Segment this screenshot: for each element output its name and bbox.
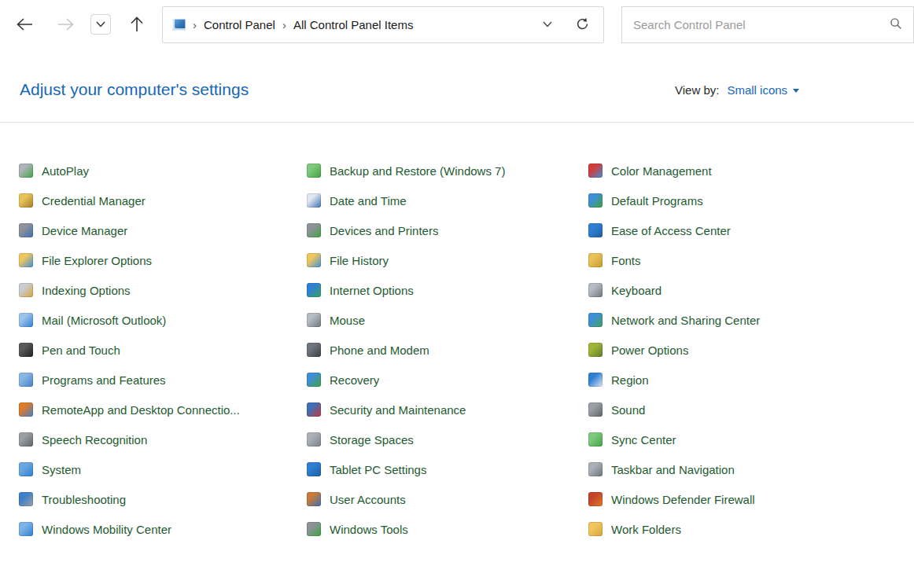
region-icon xyxy=(588,373,603,387)
control-panel-item[interactable]: Tablet PC Settings xyxy=(307,454,588,484)
mouse-icon xyxy=(307,313,321,327)
control-panel-item-label: Mouse xyxy=(330,314,365,327)
view-by-dropdown[interactable]: Small icons xyxy=(727,83,799,97)
programs-and-features-icon xyxy=(19,373,33,387)
sync-center-icon xyxy=(588,432,603,447)
control-panel-item[interactable]: Indexing Options xyxy=(19,275,307,305)
control-panel-item[interactable]: Recovery xyxy=(307,365,588,395)
control-panel-item[interactable]: Speech Recognition xyxy=(19,424,307,454)
control-panel-item-label: Credential Manager xyxy=(42,194,146,208)
control-panel-item-label: System xyxy=(42,463,81,476)
control-panel-item[interactable]: RemoteApp and Desktop Connectio... xyxy=(19,395,307,424)
control-panel-item-label: Power Options xyxy=(611,344,688,357)
control-panel-item[interactable]: Storage Spaces xyxy=(307,424,588,454)
keyboard-icon xyxy=(588,283,603,297)
work-folders-icon xyxy=(588,522,603,536)
search-box xyxy=(621,6,914,43)
caret-down-icon xyxy=(793,89,799,93)
control-panel-item-label: Security and Maintenance xyxy=(330,403,466,417)
mail-icon xyxy=(19,313,33,327)
control-panel-item-label: Storage Spaces xyxy=(330,433,414,447)
backup-and-restore-icon xyxy=(307,164,321,178)
control-panel-item[interactable]: Windows Tools xyxy=(307,514,588,544)
credential-manager-icon xyxy=(19,193,33,208)
search-input[interactable] xyxy=(633,18,890,31)
control-panel-item-label: Device Manager xyxy=(42,224,127,237)
control-panel-item-label: Troubleshooting xyxy=(42,493,126,506)
control-panel-item-label: Keyboard xyxy=(611,284,662,297)
control-panel-item-label: Sync Center xyxy=(611,433,676,447)
control-panel-item-label: Backup and Restore (Windows 7) xyxy=(330,164,505,178)
control-panel-item-label: Pen and Touch xyxy=(42,344,120,357)
control-panel-item-label: Windows Tools xyxy=(330,523,408,536)
internet-options-icon xyxy=(307,283,321,297)
address-dropdown-button[interactable] xyxy=(536,13,559,37)
user-accounts-icon xyxy=(307,492,321,506)
control-panel-item[interactable]: AutoPlay xyxy=(19,156,307,186)
control-panel-item[interactable]: Default Programs xyxy=(588,186,900,215)
control-panel-item[interactable]: Sync Center xyxy=(588,424,900,454)
control-panel-item[interactable]: Mail (Microsoft Outlook) xyxy=(19,305,307,335)
up-button[interactable] xyxy=(126,14,148,36)
control-panel-item[interactable]: Windows Mobility Center xyxy=(19,514,307,544)
control-panel-item[interactable]: Troubleshooting xyxy=(19,484,307,514)
windows-defender-firewall-icon xyxy=(588,492,603,506)
control-panel-item[interactable]: System xyxy=(19,454,307,484)
speech-recognition-icon xyxy=(19,432,33,447)
control-panel-item[interactable]: Keyboard xyxy=(588,275,900,305)
control-panel-item-label: Fonts xyxy=(611,254,641,267)
control-panel-item[interactable]: Device Manager xyxy=(19,215,307,245)
search-icon[interactable] xyxy=(890,17,902,33)
recent-locations-button[interactable] xyxy=(90,14,111,35)
control-panel-item-label: AutoPlay xyxy=(42,164,89,178)
control-panel-item[interactable]: File Explorer Options xyxy=(19,245,307,275)
control-panel-item-label: Tablet PC Settings xyxy=(330,463,426,476)
control-panel-item[interactable]: Date and Time xyxy=(307,186,588,215)
file-explorer-options-icon xyxy=(19,253,33,267)
control-panel-item[interactable]: Taskbar and Navigation xyxy=(588,454,900,484)
control-panel-item[interactable]: Work Folders xyxy=(588,514,900,544)
control-panel-item[interactable]: Internet Options xyxy=(307,275,588,305)
system-icon xyxy=(19,462,33,476)
control-panel-item[interactable]: Network and Sharing Center xyxy=(588,305,900,335)
back-button[interactable] xyxy=(13,14,35,36)
control-panel-item[interactable]: Devices and Printers xyxy=(307,215,588,245)
control-panel-item-label: User Accounts xyxy=(330,493,406,506)
control-panel-item-label: Internet Options xyxy=(330,284,414,297)
control-panel-item[interactable]: Security and Maintenance xyxy=(307,395,588,424)
control-panel-item[interactable]: Credential Manager xyxy=(19,186,307,215)
control-panel-item[interactable]: Mouse xyxy=(307,305,588,335)
control-panel-item[interactable]: Programs and Features xyxy=(19,365,307,395)
storage-spaces-icon xyxy=(307,432,321,447)
autoplay-icon xyxy=(19,164,33,178)
control-panel-item[interactable]: Pen and Touch xyxy=(19,335,307,365)
control-panel-item-label: Ease of Access Center xyxy=(611,224,731,237)
control-panel-item[interactable]: Power Options xyxy=(588,335,900,365)
control-panel-item[interactable]: Color Management xyxy=(588,156,900,186)
control-panel-item[interactable]: Sound xyxy=(588,395,900,424)
control-panel-icon xyxy=(172,19,186,31)
view-by-control: View by: Small icons xyxy=(675,83,799,97)
control-panel-item[interactable]: Windows Defender Firewall xyxy=(588,484,900,514)
control-panel-item-label: Network and Sharing Center xyxy=(611,314,760,327)
chevron-down-icon xyxy=(95,19,106,31)
refresh-button[interactable] xyxy=(570,13,594,37)
breadcrumb-control-panel[interactable]: Control Panel xyxy=(204,18,275,31)
control-panel-item[interactable]: User Accounts xyxy=(307,484,588,514)
control-panel-item[interactable]: Region xyxy=(588,365,900,395)
breadcrumb-all-control-panel-items[interactable]: All Control Panel Items xyxy=(293,18,414,31)
control-panel-grid: AutoPlayCredential ManagerDevice Manager… xyxy=(19,156,900,544)
control-panel-item[interactable]: Phone and Modem xyxy=(307,335,588,365)
control-panel-item-label: Date and Time xyxy=(330,194,407,208)
date-and-time-icon xyxy=(307,193,321,208)
view-by-value: Small icons xyxy=(727,83,787,97)
forward-button[interactable] xyxy=(55,14,77,36)
control-panel-item-label: RemoteApp and Desktop Connectio... xyxy=(42,403,240,417)
control-panel-item-label: Sound xyxy=(611,403,645,417)
taskbar-and-navigation-icon xyxy=(588,462,603,476)
control-panel-item[interactable]: Fonts xyxy=(588,245,900,275)
control-panel-item[interactable]: Backup and Restore (Windows 7) xyxy=(307,156,588,186)
control-panel-item[interactable]: File History xyxy=(307,245,588,275)
control-panel-item[interactable]: Ease of Access Center xyxy=(588,215,900,245)
network-and-sharing-center-icon xyxy=(588,313,603,327)
